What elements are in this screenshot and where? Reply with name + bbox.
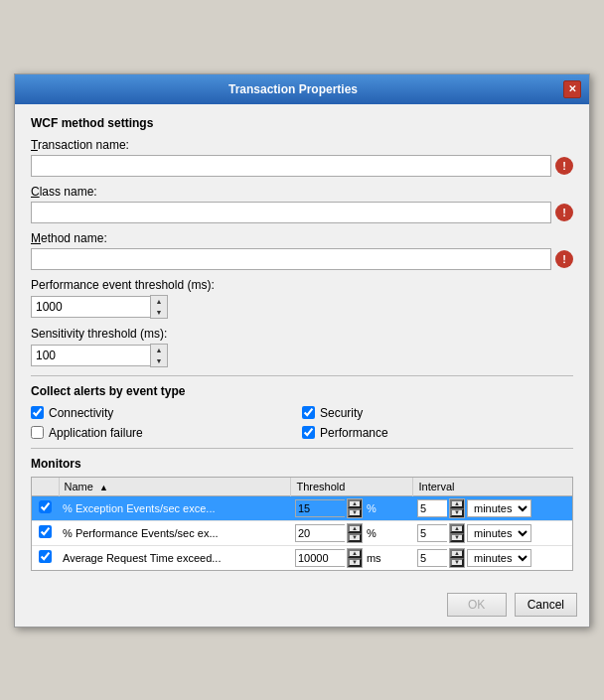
transaction-name-row: ! xyxy=(31,155,573,177)
threshold-spinner-0: ▲▼ xyxy=(347,498,363,518)
threshold-unit-2: ms xyxy=(367,552,381,564)
row-interval-cell: ▲▼minuteshoursseconds xyxy=(413,495,572,520)
security-checkbox-item: Security xyxy=(302,406,573,420)
app-failure-checkbox[interactable] xyxy=(31,426,44,439)
divider-1 xyxy=(31,375,573,376)
title-bar: Transaction Properties ✕ xyxy=(15,74,589,104)
interval-down-0[interactable]: ▼ xyxy=(450,508,464,517)
connectivity-label: Connectivity xyxy=(49,406,113,420)
perf-threshold-down-button[interactable]: ▼ xyxy=(151,307,167,318)
table-row: Average Request Time exceed...▲▼ms▲▼minu… xyxy=(32,545,572,570)
threshold-spinner-1: ▲▼ xyxy=(347,523,363,543)
close-button[interactable]: ✕ xyxy=(563,80,581,98)
transaction-name-error-icon: ! xyxy=(555,157,573,175)
threshold-input-1[interactable] xyxy=(295,524,345,542)
monitors-table-header-row: Name ▲ Threshold Interval xyxy=(32,478,572,496)
alerts-checkboxes-grid: Connectivity Security Application failur… xyxy=(31,406,573,440)
monitors-section: Monitors Name ▲ Threshold Interval % Exc… xyxy=(31,457,573,571)
col-header-interval: Interval xyxy=(413,478,572,496)
row-checkbox-cell xyxy=(32,495,59,520)
threshold-unit-0: % xyxy=(367,502,377,514)
threshold-down-0[interactable]: ▼ xyxy=(348,508,362,517)
app-failure-checkbox-item: Application failure xyxy=(31,426,302,440)
monitor-row-checkbox-0[interactable] xyxy=(39,500,52,513)
interval-down-1[interactable]: ▼ xyxy=(450,533,464,542)
row-name-cell: % Exception Events/sec exce... xyxy=(59,495,291,520)
interval-input-1[interactable] xyxy=(417,524,447,542)
table-row: % Exception Events/sec exce...▲▼%▲▼minut… xyxy=(32,495,572,520)
row-name-cell: % Performance Events/sec ex... xyxy=(59,520,291,545)
perf-threshold-label: Performance event threshold (ms): xyxy=(31,278,573,292)
monitors-section-title: Monitors xyxy=(31,457,573,471)
threshold-down-1[interactable]: ▼ xyxy=(348,533,362,542)
table-row: % Performance Events/sec ex...▲▼%▲▼minut… xyxy=(32,520,572,545)
col-header-threshold: Threshold xyxy=(291,478,413,496)
transaction-name-label: Transaction name: xyxy=(31,138,573,152)
interval-spinner-0: ▲▼ xyxy=(449,498,465,518)
performance-checkbox-item: Performance xyxy=(302,426,573,440)
security-checkbox[interactable] xyxy=(302,406,315,419)
connectivity-checkbox[interactable] xyxy=(31,406,44,419)
sort-arrow-icon: ▲ xyxy=(99,483,108,492)
sensitivity-threshold-down-button[interactable]: ▼ xyxy=(151,355,167,366)
performance-checkbox[interactable] xyxy=(302,426,315,439)
row-interval-cell: ▲▼minuteshoursseconds xyxy=(413,520,572,545)
monitors-table: Name ▲ Threshold Interval % Exception Ev… xyxy=(32,478,572,570)
transaction-properties-dialog: Transaction Properties ✕ WCF method sett… xyxy=(14,73,590,628)
perf-threshold-input[interactable] xyxy=(31,296,150,318)
security-label: Security xyxy=(320,406,363,420)
sensitivity-threshold-row: ▲ ▼ xyxy=(31,344,573,367)
dialog-buttons: OK Cancel xyxy=(15,583,589,627)
perf-threshold-up-button[interactable]: ▲ xyxy=(151,296,167,307)
row-name-cell: Average Request Time exceed... xyxy=(59,545,291,570)
col-header-name[interactable]: Name ▲ xyxy=(59,478,291,496)
interval-input-0[interactable] xyxy=(417,499,447,517)
class-name-label: Class name: xyxy=(31,185,573,199)
divider-2 xyxy=(31,448,573,449)
performance-label: Performance xyxy=(320,426,388,440)
threshold-spinner-2: ▲▼ xyxy=(347,548,363,568)
threshold-up-0[interactable]: ▲ xyxy=(348,499,362,508)
interval-input-2[interactable] xyxy=(417,549,447,567)
monitors-table-body: % Exception Events/sec exce...▲▼%▲▼minut… xyxy=(32,495,572,570)
method-name-error-icon: ! xyxy=(555,250,573,268)
row-interval-cell: ▲▼minuteshoursseconds xyxy=(413,545,572,570)
interval-dropdown-0[interactable]: minuteshoursseconds xyxy=(467,499,531,517)
threshold-input-0[interactable] xyxy=(295,499,345,517)
interval-spinner-1: ▲▼ xyxy=(449,523,465,543)
dialog-title: Transaction Properties xyxy=(23,82,563,96)
ok-button[interactable]: OK xyxy=(447,593,507,617)
row-threshold-cell: ▲▼ms xyxy=(291,545,413,570)
cancel-button[interactable]: Cancel xyxy=(515,593,577,617)
threshold-input-2[interactable] xyxy=(295,549,345,567)
monitors-table-wrapper: Name ▲ Threshold Interval % Exception Ev… xyxy=(31,477,573,571)
sensitivity-threshold-up-button[interactable]: ▲ xyxy=(151,345,167,355)
interval-up-1[interactable]: ▲ xyxy=(450,524,464,533)
interval-down-2[interactable]: ▼ xyxy=(450,558,464,567)
connectivity-checkbox-item: Connectivity xyxy=(31,406,302,420)
sensitivity-threshold-spinner: ▲ ▼ xyxy=(150,344,168,367)
method-name-input[interactable] xyxy=(31,248,551,270)
threshold-up-2[interactable]: ▲ xyxy=(348,549,362,558)
monitor-row-checkbox-2[interactable] xyxy=(39,550,52,563)
interval-up-0[interactable]: ▲ xyxy=(450,499,464,508)
col-header-check xyxy=(32,478,59,496)
class-name-input[interactable] xyxy=(31,202,551,223)
row-threshold-cell: ▲▼% xyxy=(291,520,413,545)
wcf-section-title: WCF method settings xyxy=(31,116,573,130)
threshold-up-1[interactable]: ▲ xyxy=(348,524,362,533)
threshold-down-2[interactable]: ▼ xyxy=(348,558,362,567)
transaction-name-input[interactable] xyxy=(31,155,551,177)
threshold-unit-1: % xyxy=(367,527,377,539)
row-checkbox-cell xyxy=(32,545,59,570)
class-name-row: ! xyxy=(31,202,573,223)
dialog-content: WCF method settings Transaction name: ! … xyxy=(15,104,589,583)
sensitivity-threshold-input[interactable] xyxy=(31,345,150,366)
class-name-error-icon: ! xyxy=(555,204,573,221)
method-name-row: ! xyxy=(31,248,573,270)
monitor-row-checkbox-1[interactable] xyxy=(39,525,52,538)
interval-dropdown-2[interactable]: minuteshoursseconds xyxy=(467,549,531,567)
perf-threshold-spinner: ▲ ▼ xyxy=(150,295,168,319)
interval-dropdown-1[interactable]: minuteshoursseconds xyxy=(467,524,531,542)
interval-up-2[interactable]: ▲ xyxy=(450,549,464,558)
